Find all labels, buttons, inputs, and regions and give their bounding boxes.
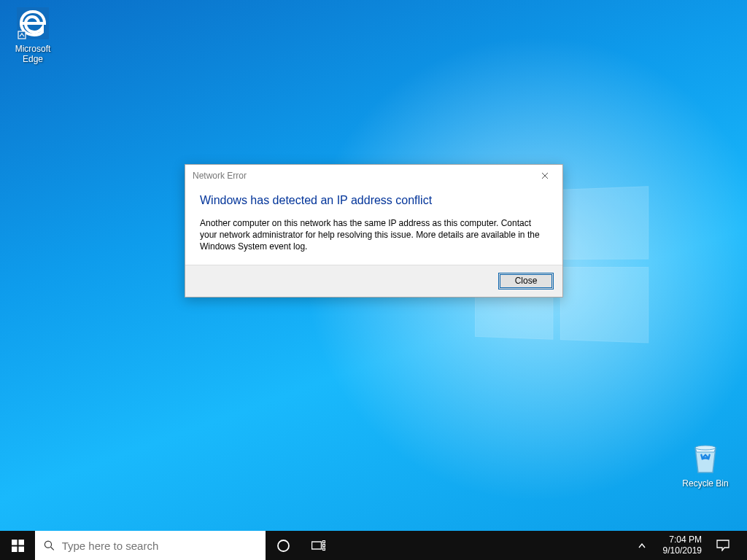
chevron-up-icon: [638, 543, 646, 548]
svg-rect-5: [12, 546, 18, 552]
dialog-close-button[interactable]: [530, 166, 560, 186]
svg-rect-10: [311, 542, 321, 549]
close-icon: [541, 172, 549, 179]
start-button[interactable]: [0, 531, 35, 560]
notification-icon: [716, 540, 729, 551]
svg-rect-4: [18, 540, 24, 545]
taskbar: 7:04 PM 9/10/2019: [0, 531, 747, 560]
windows-logo-icon: [12, 540, 24, 552]
svg-rect-3: [12, 540, 18, 545]
system-tray: 7:04 PM 9/10/2019: [627, 531, 747, 560]
search-input[interactable]: [62, 540, 257, 552]
clock-date: 9/10/2019: [663, 545, 702, 556]
svg-rect-13: [322, 548, 325, 550]
svg-point-2: [695, 446, 716, 450]
edge-icon: [15, 6, 50, 41]
dialog-heading: Windows has detected an IP address confl…: [200, 194, 548, 207]
tray-overflow-button[interactable]: [630, 543, 654, 548]
taskbar-search[interactable]: [35, 531, 266, 560]
dialog-title-bar[interactable]: Network Error: [185, 165, 562, 187]
cortana-button[interactable]: [266, 531, 301, 560]
network-error-dialog: Network Error Windows has detected an IP…: [185, 164, 563, 298]
svg-rect-12: [322, 544, 325, 546]
close-button[interactable]: Close: [498, 273, 554, 289]
svg-point-7: [44, 541, 51, 548]
dialog-message: Another computer on this network has the…: [200, 217, 548, 253]
desktop-icon-label: Recycle Bin: [678, 478, 732, 489]
taskbar-clock[interactable]: 7:04 PM 9/10/2019: [657, 534, 708, 556]
dialog-footer: Close: [185, 265, 562, 297]
desktop-icon-recycle-bin[interactable]: Recycle Bin: [678, 440, 732, 489]
action-center-button[interactable]: [711, 540, 735, 551]
svg-line-8: [51, 547, 54, 550]
desktop-icon-label: Microsoft Edge: [6, 44, 60, 64]
svg-rect-11: [322, 540, 325, 542]
svg-rect-1: [18, 31, 26, 39]
task-view-button[interactable]: [301, 531, 336, 560]
desktop-icon-edge[interactable]: Microsoft Edge: [6, 6, 60, 64]
clock-time: 7:04 PM: [663, 534, 702, 545]
cortana-icon: [276, 539, 290, 553]
search-icon: [44, 540, 55, 551]
dialog-title: Network Error: [193, 171, 247, 181]
svg-rect-6: [18, 546, 24, 552]
svg-point-9: [278, 540, 289, 551]
task-view-icon: [311, 540, 325, 551]
desktop[interactable]: Microsoft Edge Recycle Bin Network Error: [0, 0, 747, 560]
recycle-bin-icon: [688, 440, 723, 475]
